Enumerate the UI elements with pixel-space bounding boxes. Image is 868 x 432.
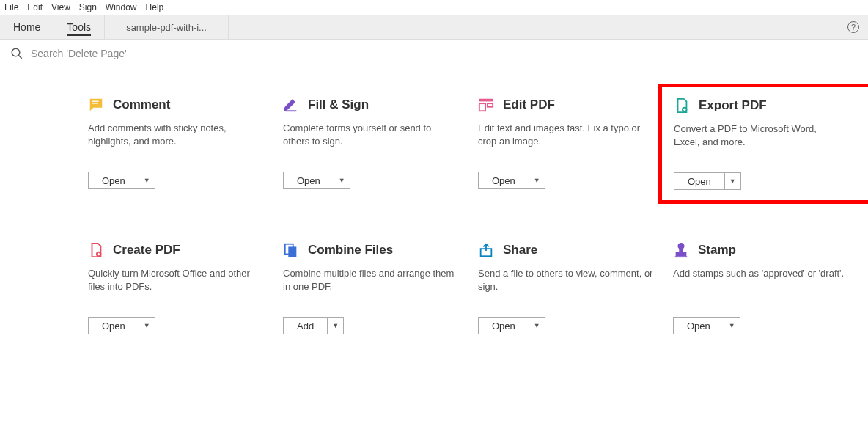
dropdown-caret[interactable]: ▼ [334, 172, 350, 189]
tool-desc: Add stamps such as 'approved' or 'draft'… [673, 267, 849, 296]
tool-title: Create PDF [113, 243, 180, 257]
dropdown-caret[interactable]: ▼ [139, 317, 155, 334]
menubar: File Edit View Sign Window Help [0, 0, 868, 15]
combine-icon [283, 242, 299, 258]
dropdown-caret[interactable]: ▼ [529, 172, 545, 189]
tool-title: Combine Files [308, 243, 393, 257]
menu-file[interactable]: File [4, 2, 18, 12]
create-icon [88, 242, 104, 258]
svg-rect-10 [288, 246, 296, 257]
tool-edit-pdf: Edit PDF Edit text and images fast. Fix … [478, 97, 654, 191]
open-button[interactable]: Open [478, 172, 529, 189]
tool-desc: Add comments with sticky notes, highligh… [88, 122, 264, 151]
menu-help[interactable]: Help [146, 2, 164, 12]
tool-share: Share Send a file to others to view, com… [478, 242, 654, 334]
tools-grid: Comment Add comments with sticky notes, … [0, 67, 868, 349]
tool-title: Stamp [698, 243, 736, 257]
menu-view[interactable]: View [51, 2, 70, 12]
svg-rect-5 [479, 103, 485, 111]
menu-window[interactable]: Window [106, 2, 137, 12]
svg-rect-6 [488, 103, 493, 107]
dropdown-caret[interactable]: ▼ [529, 317, 545, 334]
search-input[interactable] [31, 48, 324, 59]
tool-desc: Combine multiple files and arrange them … [283, 267, 459, 296]
tab-home[interactable]: Home [0, 15, 54, 39]
svg-rect-4 [479, 99, 493, 102]
tool-stamp: Stamp Add stamps such as 'approved' or '… [673, 242, 849, 334]
export-icon [674, 98, 690, 114]
search-icon [10, 47, 23, 60]
tool-desc: Complete forms yourself or send to other… [283, 122, 459, 151]
highlight-box: Export PDF Convert a PDF to Microsoft Wo… [658, 84, 868, 204]
search-bar [0, 40, 868, 67]
open-button[interactable]: Open [88, 172, 139, 189]
tool-comment: Comment Add comments with sticky notes, … [88, 97, 264, 191]
edit-icon [478, 97, 494, 113]
open-button[interactable]: Open [283, 172, 334, 189]
pen-icon [283, 97, 299, 113]
dropdown-caret[interactable]: ▼ [328, 317, 344, 334]
tool-desc: Edit text and images fast. Fix a typo or… [478, 122, 654, 151]
stamp-icon [673, 242, 689, 258]
svg-rect-2 [92, 101, 99, 102]
menu-sign[interactable]: Sign [79, 2, 97, 12]
tool-fill-sign: Fill & Sign Complete forms yourself or s… [283, 97, 459, 191]
tab-document[interactable]: sample-pdf-with-i... [104, 15, 229, 39]
tool-title: Edit PDF [503, 98, 555, 112]
svg-point-0 [12, 48, 20, 56]
tool-desc: Convert a PDF to Microsoft Word, Excel, … [674, 122, 835, 152]
tool-export-pdf: Export PDF Convert a PDF to Microsoft Wo… [674, 98, 835, 190]
open-button[interactable]: Open [674, 172, 725, 190]
svg-line-1 [18, 55, 22, 59]
tool-title: Share [503, 243, 537, 257]
tool-title: Export PDF [699, 98, 767, 113]
dropdown-caret[interactable]: ▼ [724, 317, 740, 334]
tool-create-pdf: Create PDF Quickly turn Microsoft Office… [88, 242, 264, 334]
open-button[interactable]: Open [88, 317, 139, 334]
tool-title: Fill & Sign [308, 98, 369, 112]
help-icon[interactable]: ? [847, 21, 859, 33]
open-button[interactable]: Open [478, 317, 529, 334]
svg-point-12 [678, 244, 683, 249]
tabbar: Home Tools sample-pdf-with-i... ? [0, 15, 868, 40]
tool-combine-files: Combine Files Combine multiple files and… [283, 242, 459, 334]
add-button[interactable]: Add [283, 317, 328, 334]
svg-rect-3 [92, 103, 98, 103]
share-icon [478, 242, 494, 258]
dropdown-caret[interactable]: ▼ [725, 172, 741, 190]
svg-rect-13 [677, 253, 686, 256]
tool-desc: Send a file to others to view, comment, … [478, 267, 654, 296]
tool-desc: Quickly turn Microsoft Office and other … [88, 267, 264, 296]
menu-edit[interactable]: Edit [27, 2, 43, 12]
dropdown-caret[interactable]: ▼ [139, 172, 155, 189]
open-button[interactable]: Open [673, 317, 724, 334]
comment-icon [88, 97, 104, 113]
tab-tools[interactable]: Tools [54, 15, 104, 39]
tool-title: Comment [113, 98, 170, 112]
